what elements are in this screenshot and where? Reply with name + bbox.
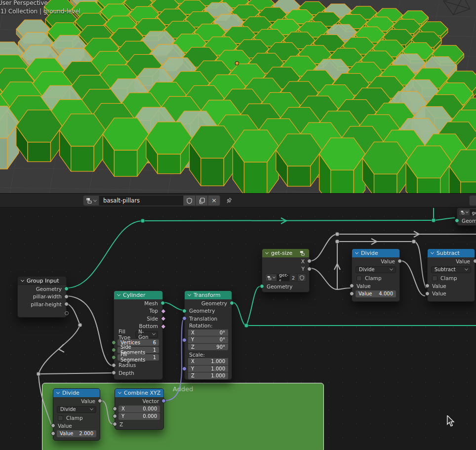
socket-value-in-1[interactable] <box>51 423 55 428</box>
pin-icon[interactable] <box>225 197 233 205</box>
blender-window: User Perspective (1) Collection | ground… <box>0 0 476 450</box>
scale-x-field[interactable]: X 1.000 <box>188 358 228 365</box>
socket-geometry-out[interactable] <box>64 286 69 291</box>
node-combine-xyz[interactable]: Combine XYZ Vector X 0.000 Y 0.000 Z <box>115 388 164 430</box>
group-name-field[interactable]: get-s... <box>277 274 289 282</box>
nodetree-browse-button[interactable] <box>459 209 470 216</box>
clamp-checkbox[interactable] <box>58 415 63 421</box>
output-side: Side <box>147 316 158 322</box>
socket-value-out[interactable] <box>98 399 102 403</box>
chevron-down-icon <box>273 276 276 279</box>
socket-value-out[interactable] <box>397 259 402 263</box>
socket-geometry-in[interactable] <box>260 284 264 288</box>
collapse-icon[interactable] <box>188 293 191 296</box>
socket-value-in-1[interactable] <box>425 284 430 288</box>
socket-fill-segments-in[interactable] <box>112 355 116 360</box>
node-title: Divide <box>62 390 79 396</box>
rotation-y-field[interactable]: Y 0° <box>188 336 228 343</box>
socket-rotation-in[interactable] <box>182 338 187 342</box>
clamp-label: Clamp <box>365 275 382 281</box>
users-count-badge[interactable]: 2 <box>289 274 297 282</box>
socket-radius-in[interactable] <box>112 363 116 368</box>
fill-type-dropdown[interactable]: N-Gon <box>135 331 158 338</box>
collapse-icon[interactable] <box>117 293 120 296</box>
socket-value-in-2[interactable] <box>425 291 430 296</box>
collapse-icon[interactable] <box>56 391 60 394</box>
chevron-down-icon <box>90 407 93 410</box>
3d-viewport[interactable]: User Perspective (1) Collection | ground… <box>0 0 476 193</box>
group-name-field[interactable]: ge <box>470 209 476 216</box>
rotation-z-field[interactable]: Z 90° <box>188 344 228 351</box>
socket-mesh-out[interactable] <box>160 301 165 305</box>
socket-pillar-width-out[interactable] <box>64 294 69 299</box>
node-subtract[interactable]: Subtract Value Subtract Clamp Value Valu… <box>427 248 475 302</box>
socket-value-in-2[interactable] <box>51 431 55 436</box>
header-partial-button[interactable] <box>469 195 476 206</box>
output-geometry: Geometry <box>201 300 227 306</box>
operation-dropdown[interactable]: Subtract <box>431 266 471 274</box>
node-cylinder[interactable]: Cylinder Mesh Top Side Bottom Fill Type … <box>114 290 163 380</box>
socket-value-out[interactable] <box>473 259 476 263</box>
node-divide-top[interactable]: Divide Value Divide Clamp Value Value 4.… <box>352 248 400 302</box>
socket-translation-in[interactable] <box>182 316 187 321</box>
operation-dropdown[interactable]: Divide <box>57 406 96 413</box>
operation-dropdown[interactable]: Divide <box>356 266 396 274</box>
socket-vector-out[interactable] <box>161 399 166 403</box>
new-copy-button[interactable] <box>196 195 208 206</box>
socket-geometry-in[interactable] <box>182 309 187 313</box>
value-field[interactable]: Value 4.000 <box>356 290 396 297</box>
duplicate-icon <box>199 198 205 204</box>
nodetree-icon <box>300 250 306 256</box>
socket-virtual[interactable] <box>65 311 69 315</box>
value-field[interactable]: Value 2.000 <box>57 430 96 437</box>
socket-depth-in[interactable] <box>112 370 116 375</box>
collapse-icon[interactable] <box>21 278 24 282</box>
hex-pillar-render <box>0 0 476 193</box>
socket-x-in[interactable] <box>113 407 117 411</box>
fake-user-toggle[interactable] <box>297 274 306 282</box>
node-transform[interactable]: Transform Geometry Geometry Translation … <box>184 290 232 380</box>
collapse-icon[interactable] <box>355 251 358 254</box>
socket-y-in[interactable] <box>113 414 117 418</box>
node-group-partial[interactable]: ge Geometry <box>457 207 476 226</box>
socket-vertices-in[interactable] <box>112 340 116 345</box>
fill-segments-field[interactable]: Fill Segments 1 <box>118 354 159 361</box>
node-title: Transform <box>194 292 221 298</box>
node-group-input[interactable]: Group Input Geometry pillar-width pillar… <box>17 276 67 318</box>
socket-pillar-height-out[interactable] <box>64 302 69 306</box>
socket-value-in-1[interactable] <box>350 284 354 288</box>
node-title: Cylinder <box>123 292 146 298</box>
nodetree-type-button[interactable] <box>83 195 99 206</box>
socket-z-in[interactable] <box>113 422 117 426</box>
group-datablock-selector[interactable]: get-s... 2 <box>265 274 306 282</box>
socket-geometry-out[interactable] <box>230 301 234 305</box>
input-depth: Depth <box>119 370 134 376</box>
clamp-checkbox[interactable] <box>357 276 362 281</box>
x-field[interactable]: X 0.000 <box>119 406 160 412</box>
collapse-icon[interactable] <box>118 391 121 394</box>
socket-x-out[interactable] <box>307 259 312 263</box>
socket-side-segments-in[interactable] <box>112 348 116 352</box>
nodetree-browse-button[interactable] <box>265 274 277 282</box>
collapse-icon[interactable] <box>431 251 434 254</box>
socket-geometry-in[interactable] <box>455 218 459 223</box>
nodetree-name-input[interactable] <box>99 195 183 206</box>
fake-user-button[interactable] <box>183 195 196 206</box>
scale-y-field[interactable]: Y 1.000 <box>188 366 228 372</box>
output-value: Value <box>81 398 95 404</box>
rotation-x-field[interactable]: X 0° <box>188 329 228 336</box>
socket-y-out[interactable] <box>307 267 312 271</box>
input-value-2: Value <box>432 290 446 296</box>
close-icon: × <box>211 198 217 203</box>
collapse-icon[interactable] <box>265 251 269 254</box>
clamp-checkbox[interactable] <box>432 276 437 281</box>
input-translation: Translation <box>189 316 217 322</box>
y-field[interactable]: Y 0.000 <box>119 413 160 420</box>
unlink-button[interactable]: × <box>208 195 220 206</box>
node-title: get-size <box>271 250 297 256</box>
scale-z-field[interactable]: Z 1.000 <box>188 372 228 379</box>
node-divide-bottom[interactable]: Divide Value Divide Clamp Value Value 2.… <box>53 388 100 441</box>
node-get-size[interactable]: get-size X Y get-s... 2 <box>262 248 310 292</box>
socket-value-in-2[interactable] <box>350 291 354 296</box>
socket-scale-in[interactable] <box>182 367 187 371</box>
